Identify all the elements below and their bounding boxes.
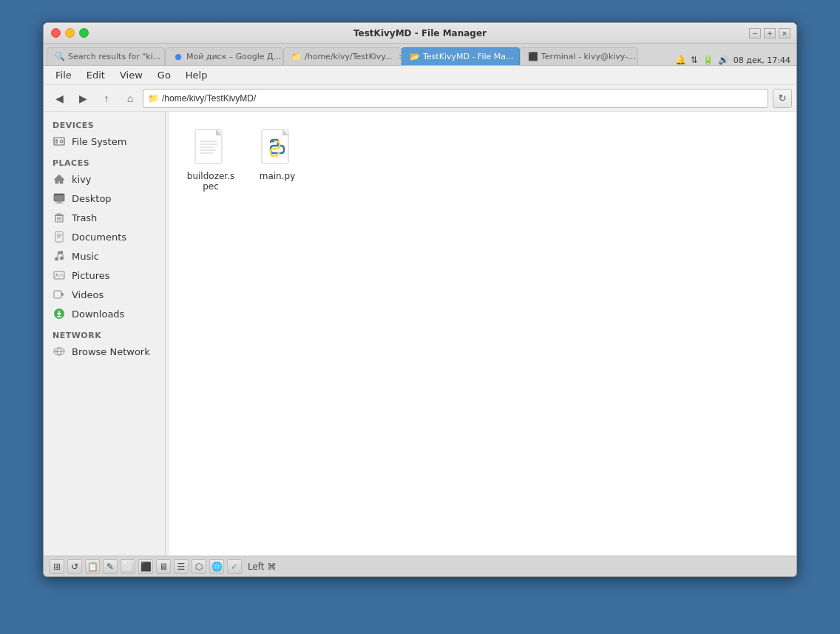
videos-icon	[52, 288, 66, 301]
trash-icon	[52, 211, 66, 224]
downloads-icon	[52, 307, 66, 320]
tray-icon-1[interactable]: ⊞	[50, 559, 64, 574]
tab4-icon: 📂	[410, 52, 420, 62]
datetime: 08 дек, 17:44	[734, 55, 790, 65]
downloads-label: Downloads	[72, 308, 124, 320]
sidebar-item-browse-network[interactable]: Browse Network	[44, 342, 165, 361]
main-content: DEVICES File System PLAC	[44, 112, 796, 556]
window-right-controls: − + ×	[749, 28, 790, 38]
buildozer-icon	[193, 127, 228, 168]
tab3-icon: 📁	[291, 52, 302, 62]
tray-icon-7[interactable]: 🖥	[156, 559, 171, 574]
svg-rect-5	[54, 194, 64, 195]
menu-edit[interactable]: Edit	[81, 68, 111, 82]
tab4-label: TestKivyMD - File Ma...	[423, 52, 514, 61]
tray-icon-6[interactable]: ⬛	[138, 559, 153, 574]
window-title: TestKivyMD - File Manager	[353, 28, 487, 38]
menu-help[interactable]: Help	[180, 68, 214, 82]
taskbar-bottom: ⊞ ↺ 📋 ✎ ⬜ ⬛ 🖥 ☰ ⬡ 🌐 ✓ Left ⌘	[44, 556, 796, 576]
sidebar-item-filesystem[interactable]: File System	[44, 132, 165, 151]
menu-go[interactable]: Go	[152, 68, 177, 82]
win-maximize-btn[interactable]: +	[764, 28, 776, 38]
forward-button[interactable]: ▶	[72, 88, 94, 109]
tray-icon-3[interactable]: 📋	[85, 559, 100, 574]
music-icon	[52, 249, 66, 263]
address-bar: 📁	[143, 89, 768, 108]
documents-icon	[52, 230, 66, 243]
sidebar-section-network: NETWORK	[44, 328, 165, 342]
browser-tab-2[interactable]: ● Мой диск – Google Д... ×	[165, 47, 283, 65]
battery-icon[interactable]: 🔋	[702, 55, 714, 65]
svg-rect-10	[57, 214, 61, 215]
sidebar-item-documents[interactable]: Documents	[44, 227, 165, 246]
desktop: XUbuntu [Running] TestKivyMD - File Mana…	[0, 0, 840, 634]
svg-point-2	[60, 140, 63, 143]
tab1-label: Search results for "ki...	[68, 52, 160, 61]
back-button[interactable]: ◀	[48, 88, 70, 109]
tray-icon-5[interactable]: ⬜	[121, 559, 135, 574]
sidebar-item-videos[interactable]: Videos	[44, 285, 165, 304]
tab2-icon: ●	[173, 52, 183, 62]
pictures-icon	[52, 269, 66, 282]
sidebar-item-kivy[interactable]: kivy	[44, 169, 165, 189]
filesystem-label: File System	[72, 136, 126, 147]
win-minimize-btn[interactable]: −	[749, 28, 761, 38]
desktop-icon	[52, 192, 66, 205]
sidebar-item-downloads[interactable]: Downloads	[44, 304, 165, 323]
address-folder-icon: 📁	[148, 93, 159, 104]
sidebar-item-pictures[interactable]: Pictures	[44, 266, 165, 285]
file-area: buildozer.spec	[169, 112, 796, 556]
svg-rect-6	[57, 201, 61, 203]
win-close-btn[interactable]: ×	[779, 28, 790, 38]
close-button[interactable]	[51, 28, 61, 38]
tab1-icon: 🔍	[55, 52, 65, 62]
tray-icon-10[interactable]: 🌐	[209, 559, 224, 574]
volume-icon[interactable]: 🔊	[718, 55, 729, 65]
menubar: File Edit View Go Help	[44, 66, 796, 85]
svg-point-44	[278, 152, 280, 155]
sidebar-item-music[interactable]: Music	[44, 246, 165, 266]
svg-rect-7	[55, 203, 63, 203]
tray-icon-9[interactable]: ⬡	[192, 559, 206, 574]
desktop-label: Desktop	[72, 193, 112, 204]
tray-icon-8[interactable]: ☰	[174, 559, 189, 574]
file-item-mainpy[interactable]: main.py	[248, 124, 307, 195]
svg-rect-14	[55, 232, 63, 242]
svg-marker-25	[61, 292, 64, 297]
browser-tab-5[interactable]: ⬛ Terminal - kivy@kivy-... ×	[520, 47, 638, 65]
home-button[interactable]: ⌂	[119, 88, 141, 109]
toolbar: ◀ ▶ ↑ ⌂ 📁 ↻	[44, 85, 796, 112]
browser-tab-3[interactable]: 📁 /home/kivy/TestKivy... ×	[283, 47, 402, 65]
address-input[interactable]	[162, 93, 763, 104]
mainpy-icon	[260, 127, 295, 168]
sidebar-section-devices: DEVICES	[44, 118, 165, 132]
sidebar-item-desktop[interactable]: Desktop	[44, 189, 165, 208]
svg-rect-24	[54, 291, 61, 298]
file-manager-window: TestKivyMD - File Manager − + × 🔍 Search…	[43, 22, 797, 577]
minimize-button[interactable]	[65, 28, 75, 38]
notification-icon[interactable]: 🔔	[675, 55, 686, 65]
svg-point-43	[272, 141, 274, 143]
tray-icon-2[interactable]: ↺	[67, 559, 82, 574]
sidebar-item-trash[interactable]: Trash	[44, 208, 165, 227]
file-item-buildozer[interactable]: buildozer.spec	[181, 124, 240, 195]
titlebar: TestKivyMD - File Manager − + ×	[44, 23, 796, 44]
buildozer-filename: buildozer.spec	[184, 171, 237, 192]
keyboard-indicator: Left ⌘	[248, 562, 276, 572]
browser-tab-4[interactable]: 📂 TestKivyMD - File Ma... ×	[402, 47, 520, 65]
browse-network-label: Browse Network	[72, 346, 150, 357]
menu-file[interactable]: File	[50, 68, 78, 82]
refresh-button[interactable]: ↻	[773, 89, 792, 108]
svg-rect-1	[55, 139, 58, 144]
up-button[interactable]: ↑	[95, 88, 118, 109]
documents-label: Documents	[72, 232, 126, 243]
browser-tab-1[interactable]: 🔍 Search results for "ki... ×	[47, 47, 165, 65]
browse-network-icon	[52, 345, 66, 358]
maximize-button[interactable]	[79, 28, 89, 38]
browser-tabs-bar: 🔍 Search results for "ki... × ● Мой диск…	[44, 44, 796, 66]
kivy-icon	[52, 172, 66, 186]
tray-icon-11[interactable]: ✓	[227, 559, 242, 574]
menu-view[interactable]: View	[114, 68, 149, 82]
tray-icon-4[interactable]: ✎	[103, 559, 118, 574]
network-icon[interactable]: ⇅	[691, 55, 698, 65]
